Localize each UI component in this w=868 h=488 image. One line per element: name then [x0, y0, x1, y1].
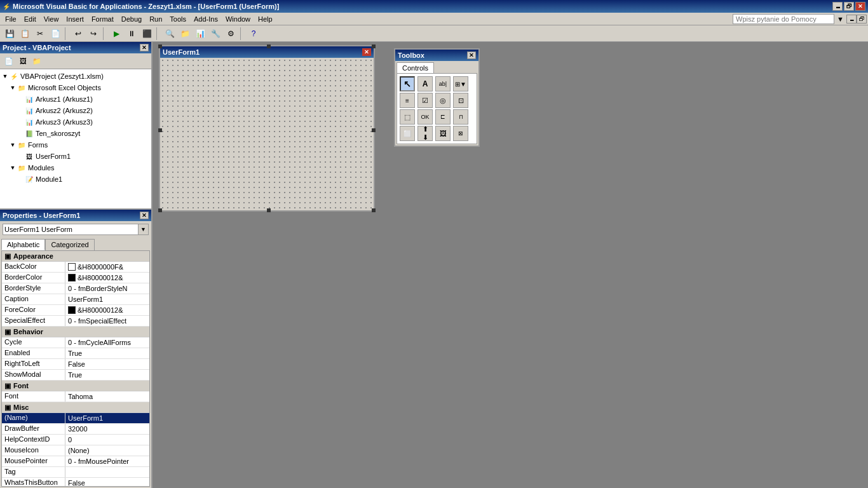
- userform-window[interactable]: UserForm1 ✕: [159, 45, 375, 212]
- icon-vbaproject: ⚡: [9, 72, 19, 81]
- object-selector[interactable]: UserForm1 UserForm ▼: [3, 224, 149, 235]
- prop-backcolor[interactable]: BackColor &H8000000F&: [2, 262, 149, 273]
- toolbar-redo-btn[interactable]: ↪: [86, 27, 100, 41]
- tool-togglebutton[interactable]: ⊡: [453, 93, 468, 108]
- prop-font[interactable]: Font Tahoma: [2, 391, 149, 402]
- prop-drawbuffer[interactable]: DrawBuffer 32000: [2, 424, 149, 435]
- toolbox-close-button[interactable]: ✕: [467, 51, 476, 59]
- tool-listbox[interactable]: ≡: [400, 93, 415, 108]
- menu-view[interactable]: View: [40, 14, 63, 24]
- prop-specialeffect[interactable]: SpecialEffect 0 - fmSpecialEffect: [2, 316, 149, 327]
- tree-item-forms[interactable]: ▼ 📁 Forms: [0, 139, 151, 151]
- prop-bordercolor[interactable]: BorderColor &H80000012&: [2, 273, 149, 283]
- prop-whatsthisbutton-value: False: [65, 478, 149, 487]
- menu-run[interactable]: Run: [146, 14, 166, 24]
- tree-item-arkusz2[interactable]: 📊 Arkusz2 (Arkusz2): [0, 105, 151, 116]
- toolbox-tab-controls[interactable]: Controls: [397, 62, 434, 73]
- prop-name-label: (Name): [2, 413, 65, 423]
- help-input[interactable]: [733, 14, 834, 24]
- tree-item-vbaproject[interactable]: ▼ ⚡ VBAProject (Zeszyt1.xlsm): [0, 71, 151, 82]
- prop-mouseicon[interactable]: MouseIcon (None): [2, 445, 149, 456]
- toolbar-save-btn[interactable]: 💾: [3, 27, 17, 41]
- tool-label[interactable]: A: [417, 76, 433, 92]
- section-behavior-collapse[interactable]: ▣: [4, 328, 11, 336]
- tree-item-ten-skoroszyt[interactable]: 📗 Ten_skoroszyt: [0, 128, 151, 139]
- menu-help[interactable]: Help: [254, 14, 276, 24]
- maximize-button[interactable]: 🗗: [844, 2, 854, 11]
- section-misc-collapse[interactable]: ▣: [4, 403, 11, 412]
- tool-tabstrip[interactable]: ⊏: [435, 109, 451, 125]
- prop-name[interactable]: (Name) UserForm1: [2, 413, 149, 424]
- menu-insert[interactable]: Insert: [62, 14, 88, 24]
- menu-file[interactable]: File: [1, 14, 20, 24]
- toolbar-btn4[interactable]: 📄: [48, 27, 62, 41]
- prop-tag[interactable]: Tag: [2, 467, 149, 478]
- project-toggle-folders[interactable]: 📁: [31, 55, 43, 67]
- prop-caption[interactable]: Caption UserForm1: [2, 294, 149, 305]
- minimize-button[interactable]: 🗕: [832, 2, 843, 11]
- tree-item-module1[interactable]: 📝 Module1: [0, 173, 151, 185]
- prop-whatsthisbutton[interactable]: WhatsThisButton False: [2, 478, 149, 487]
- menu-tools[interactable]: Tools: [166, 14, 190, 24]
- prop-helpcontextid[interactable]: HelpContextID 0: [2, 435, 149, 445]
- tree-item-arkusz1[interactable]: 📊 Arkusz1 (Arkusz1): [0, 93, 151, 105]
- tool-refedit[interactable]: ⊠: [453, 126, 468, 141]
- project-view-code[interactable]: 📄: [3, 55, 15, 67]
- project-tree[interactable]: ▼ ⚡ VBAProject (Zeszyt1.xlsm) ▼ 📁 Micros…: [0, 69, 151, 208]
- tool-spinbutton[interactable]: ⬆⬇: [417, 126, 433, 141]
- vba-restore-button[interactable]: 🗗: [857, 15, 867, 24]
- toolbar-undo-btn[interactable]: ↩: [71, 27, 85, 41]
- tab-categorized[interactable]: Categorized: [45, 239, 94, 250]
- tool-frame[interactable]: ⬚: [400, 109, 415, 125]
- menu-addins[interactable]: Add-Ins: [190, 14, 222, 24]
- menu-window[interactable]: Window: [222, 14, 254, 24]
- userform-close-button[interactable]: ✕: [362, 48, 371, 56]
- tree-item-modules[interactable]: ▼ 📁 Modules: [0, 162, 151, 173]
- tree-item-userform1[interactable]: 🖼 UserForm1: [0, 151, 151, 162]
- tool-select[interactable]: ↖: [400, 76, 415, 92]
- toolbar-btn-c[interactable]: 📊: [193, 27, 207, 41]
- toolbar-btn-a[interactable]: 🔍: [163, 27, 177, 41]
- toolbar-btn3[interactable]: ✂: [33, 27, 47, 41]
- prop-enabled[interactable]: Enabled True: [2, 348, 149, 359]
- menu-format[interactable]: Format: [88, 14, 118, 24]
- tree-item-arkusz3[interactable]: 📊 Arkusz3 (Arkusz3): [0, 116, 151, 128]
- prop-mousepointer[interactable]: MousePointer 0 - fmMousePointer: [2, 456, 149, 467]
- project-view-object[interactable]: 🖼: [17, 55, 29, 67]
- properties-panel-close[interactable]: ✕: [140, 212, 149, 219]
- section-font-collapse[interactable]: ▣: [4, 382, 11, 390]
- toolbar-btn-b[interactable]: 📁: [178, 27, 192, 41]
- section-appearance-collapse[interactable]: ▣: [4, 252, 11, 261]
- tab-alphabetic[interactable]: Alphabetic: [1, 239, 45, 250]
- toolbar-run-btn[interactable]: ▶: [109, 27, 123, 41]
- userform-body[interactable]: [160, 58, 374, 210]
- tool-commandbutton[interactable]: OK: [417, 109, 433, 125]
- tool-image[interactable]: 🖼: [435, 126, 451, 141]
- tool-combobox[interactable]: ⊞▼: [453, 76, 468, 92]
- toolbar-stop-btn[interactable]: ⬛: [140, 27, 154, 41]
- tool-checkbox[interactable]: ☑: [417, 93, 433, 108]
- prop-showmodal[interactable]: ShowModal True: [2, 370, 149, 381]
- project-panel-close[interactable]: ✕: [140, 44, 149, 51]
- toolbar-btn-d[interactable]: 🔧: [208, 27, 222, 41]
- project-panel-toolbar: 📄 🖼 📁: [0, 53, 151, 69]
- tool-optionbutton[interactable]: ◎: [435, 93, 451, 108]
- tree-item-excel-objects[interactable]: ▼ 📁 Microsoft Excel Objects: [0, 82, 151, 93]
- toolbar-btn2[interactable]: 📋: [18, 27, 32, 41]
- prop-righttoleft[interactable]: RightToLeft False: [2, 359, 149, 370]
- tool-scrollbar[interactable]: ⬜: [400, 126, 415, 141]
- menu-edit[interactable]: Edit: [20, 14, 40, 24]
- menu-debug[interactable]: Debug: [118, 14, 146, 24]
- prop-borderstyle[interactable]: BorderStyle 0 - fmBorderStyleN: [2, 283, 149, 294]
- toolbar-help-btn[interactable]: ?: [247, 27, 261, 41]
- tool-textbox[interactable]: ab|: [435, 76, 451, 92]
- tool-multipage[interactable]: ⊓: [453, 109, 468, 125]
- help-dropdown-icon[interactable]: ▼: [837, 15, 844, 23]
- toolbar-pause-btn[interactable]: ⏸: [125, 27, 139, 41]
- object-selector-dropdown[interactable]: ▼: [138, 224, 148, 234]
- vba-minimize-button[interactable]: 🗕: [846, 15, 857, 24]
- toolbar-btn-e[interactable]: ⚙: [224, 27, 238, 41]
- prop-cycle[interactable]: Cycle 0 - fmCycleAllForms: [2, 337, 149, 348]
- prop-forecolor[interactable]: ForeColor &H80000012&: [2, 305, 149, 316]
- close-button[interactable]: ✕: [855, 2, 865, 11]
